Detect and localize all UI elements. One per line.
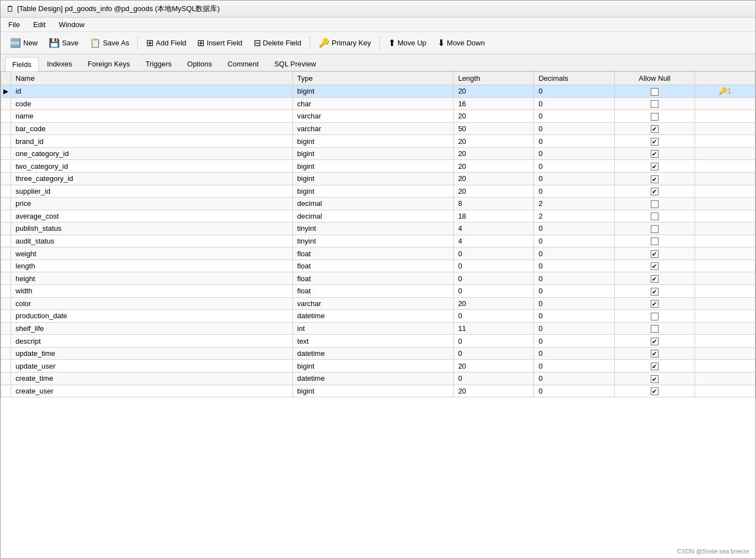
field-allow-null[interactable] (614, 97, 695, 110)
field-name[interactable]: publish_status (11, 222, 293, 235)
field-length[interactable]: 20 (454, 385, 534, 397)
table-row[interactable]: lengthfloat00 (1, 260, 755, 272)
menu-file[interactable]: File (6, 19, 22, 30)
field-length[interactable]: 0 (454, 335, 534, 348)
allow-null-checkbox[interactable] (651, 313, 659, 320)
field-allow-null[interactable] (614, 260, 695, 272)
save-as-button[interactable]: 📋 Save As (85, 35, 135, 51)
field-type[interactable]: int (292, 322, 454, 335)
field-type[interactable]: bigint (292, 185, 454, 198)
field-decimals[interactable]: 0 (534, 222, 614, 235)
menu-window[interactable]: Window (56, 19, 86, 30)
field-name[interactable]: audit_status (11, 235, 293, 247)
table-row[interactable]: shelf_lifeint110 (1, 322, 755, 335)
field-decimals[interactable]: 2 (534, 210, 614, 222)
field-length[interactable]: 20 (454, 185, 534, 198)
field-type[interactable]: float (292, 272, 454, 285)
field-decimals[interactable]: 0 (534, 160, 614, 173)
field-name[interactable]: width (11, 285, 293, 298)
allow-null-checkbox[interactable] (651, 338, 659, 345)
field-name[interactable]: production_date (11, 310, 293, 323)
allow-null-checkbox[interactable] (651, 375, 659, 383)
table-row[interactable]: supplier_idbigint200 (1, 185, 755, 198)
field-name[interactable]: update_user (11, 360, 293, 372)
table-row[interactable]: heightfloat00 (1, 272, 755, 285)
allow-null-checkbox[interactable] (651, 175, 659, 183)
table-row[interactable]: update_userbigint200 (1, 360, 755, 372)
allow-null-checkbox[interactable] (651, 363, 659, 370)
field-decimals[interactable]: 0 (534, 110, 614, 123)
field-type[interactable]: char (292, 97, 454, 110)
table-row[interactable]: two_category_idbigint200 (1, 160, 755, 173)
field-allow-null[interactable] (614, 222, 695, 235)
allow-null-checkbox[interactable] (651, 150, 659, 158)
table-row[interactable]: one_category_idbigint200 (1, 147, 755, 160)
field-name[interactable]: height (11, 272, 293, 285)
field-length[interactable]: 20 (454, 147, 534, 160)
allow-null-checkbox[interactable] (651, 163, 659, 170)
field-length[interactable]: 0 (454, 272, 534, 285)
allow-null-checkbox[interactable] (651, 237, 659, 245)
table-row[interactable]: pricedecimal82 (1, 198, 755, 210)
allow-null-checkbox[interactable] (651, 100, 659, 108)
field-type[interactable]: datetime (292, 372, 454, 385)
field-length[interactable]: 0 (454, 347, 534, 360)
field-length[interactable]: 4 (454, 235, 534, 247)
field-name[interactable]: id (11, 85, 293, 98)
field-type[interactable]: decimal (292, 210, 454, 222)
field-name[interactable]: one_category_id (11, 147, 293, 160)
field-decimals[interactable]: 0 (534, 85, 614, 98)
field-length[interactable]: 0 (454, 285, 534, 298)
field-length[interactable]: 0 (454, 247, 534, 260)
field-decimals[interactable]: 0 (534, 97, 614, 110)
field-allow-null[interactable] (614, 135, 695, 148)
field-allow-null[interactable] (614, 272, 695, 285)
field-name[interactable]: create_time (11, 372, 293, 385)
field-decimals[interactable]: 0 (534, 360, 614, 372)
field-type[interactable]: bigint (292, 385, 454, 397)
table-row[interactable]: average_costdecimal182 (1, 210, 755, 222)
field-decimals[interactable]: 0 (534, 285, 614, 298)
field-allow-null[interactable] (614, 310, 695, 323)
save-button[interactable]: 💾 Save (44, 35, 84, 51)
field-name[interactable]: three_category_id (11, 172, 293, 185)
field-allow-null[interactable] (614, 198, 695, 210)
delete-field-button[interactable]: ⊟ Delete Field (249, 35, 306, 51)
allow-null-checkbox[interactable] (651, 250, 659, 258)
field-allow-null[interactable] (614, 360, 695, 372)
field-length[interactable]: 11 (454, 322, 534, 335)
menu-edit[interactable]: Edit (31, 19, 48, 30)
tab-indexes[interactable]: Indexes (40, 56, 80, 71)
allow-null-checkbox[interactable] (651, 350, 659, 358)
field-length[interactable]: 0 (454, 310, 534, 323)
field-length[interactable]: 16 (454, 97, 534, 110)
move-up-button[interactable]: ⬆ Move Up (383, 35, 431, 51)
field-decimals[interactable]: 0 (534, 297, 614, 310)
table-row[interactable]: create_timedatetime00 (1, 372, 755, 385)
allow-null-checkbox[interactable] (651, 113, 659, 121)
new-button[interactable]: 🆕 New (5, 35, 43, 51)
field-decimals[interactable]: 0 (534, 147, 614, 160)
field-type[interactable]: float (292, 260, 454, 272)
field-decimals[interactable]: 0 (534, 347, 614, 360)
field-decimals[interactable]: 0 (534, 385, 614, 397)
field-type[interactable]: bigint (292, 147, 454, 160)
table-row[interactable]: bar_codevarchar500 (1, 122, 755, 135)
field-allow-null[interactable] (614, 85, 695, 98)
allow-null-checkbox[interactable] (651, 275, 659, 283)
table-row[interactable]: codechar160 (1, 97, 755, 110)
allow-null-checkbox[interactable] (651, 225, 659, 233)
field-decimals[interactable]: 0 (534, 172, 614, 185)
tab-comment[interactable]: Comment (220, 56, 266, 71)
allow-null-checkbox[interactable] (651, 138, 659, 146)
field-type[interactable]: varchar (292, 122, 454, 135)
table-row[interactable]: namevarchar200 (1, 110, 755, 123)
field-length[interactable]: 50 (454, 122, 534, 135)
field-length[interactable]: 20 (454, 172, 534, 185)
allow-null-checkbox[interactable] (651, 213, 659, 220)
field-allow-null[interactable] (614, 160, 695, 173)
move-down-button[interactable]: ⬇ Move Down (433, 35, 490, 51)
tab-options[interactable]: Options (180, 56, 219, 71)
field-type[interactable]: bigint (292, 160, 454, 173)
field-decimals[interactable]: 0 (534, 372, 614, 385)
